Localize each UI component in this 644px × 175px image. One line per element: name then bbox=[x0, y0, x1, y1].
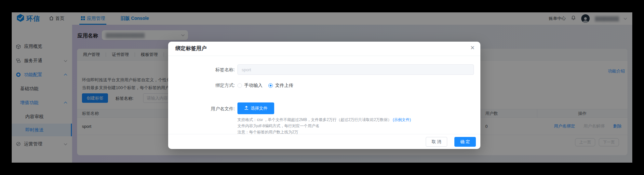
radio-circle-icon bbox=[268, 83, 273, 88]
tip-format-text: 支持格式：csv ，单个文件不能超过2MB，文件最多2万行（超过2万行只读取前2… bbox=[237, 117, 392, 122]
choose-file-button[interactable]: 选择文件 bbox=[237, 102, 274, 114]
dialog-footer: 取 消 确 定 bbox=[168, 134, 480, 149]
radio-circle-icon bbox=[237, 83, 242, 88]
radio-manual-input[interactable]: 手动输入 bbox=[237, 83, 262, 88]
screenshot-stage: 环信 首页 应用管理 旧版 Console 账单中心 bbox=[0, 0, 644, 175]
bind-method-radio-group: 手动输入 文件上传 bbox=[237, 83, 293, 88]
close-icon[interactable]: × bbox=[470, 44, 475, 51]
app-window: 环信 首页 应用管理 旧版 Console 账单中心 bbox=[12, 12, 632, 163]
username-file-label: 用户名文件: bbox=[189, 106, 235, 112]
tag-name-label: 标签名称: bbox=[189, 67, 235, 73]
choose-file-label: 选择文件 bbox=[251, 105, 268, 111]
dialog-title: 绑定标签用户 bbox=[175, 45, 207, 52]
dialog-header: 绑定标签用户 × bbox=[168, 42, 480, 56]
tip-line-1: 支持格式：csv ，单个文件不能超过2MB，文件最多2万行（超过2万行只读取前2… bbox=[237, 117, 411, 123]
tag-name-input[interactable] bbox=[237, 64, 474, 75]
confirm-button[interactable]: 确 定 bbox=[454, 137, 476, 147]
sample-file-link[interactable]: (示例文件) bbox=[393, 117, 411, 122]
radio-manual-label: 手动输入 bbox=[244, 83, 262, 88]
radio-file-upload[interactable]: 文件上传 bbox=[268, 83, 293, 88]
bind-tag-user-dialog: 绑定标签用户 × 标签名称: 绑定方式: 手动输入 文件上传 用户名文件: bbox=[168, 42, 480, 149]
cancel-button[interactable]: 取 消 bbox=[426, 137, 447, 147]
bind-method-label: 绑定方式: bbox=[189, 83, 235, 88]
tip-line-2: 文件内容为utf-8编码方式，每行对应一个用户名 bbox=[237, 123, 411, 129]
radio-file-label: 文件上传 bbox=[275, 83, 293, 88]
upload-icon bbox=[244, 106, 248, 111]
upload-tips: 支持格式：csv ，单个文件不能超过2MB，文件最多2万行（超过2万行只读取前2… bbox=[237, 117, 411, 135]
